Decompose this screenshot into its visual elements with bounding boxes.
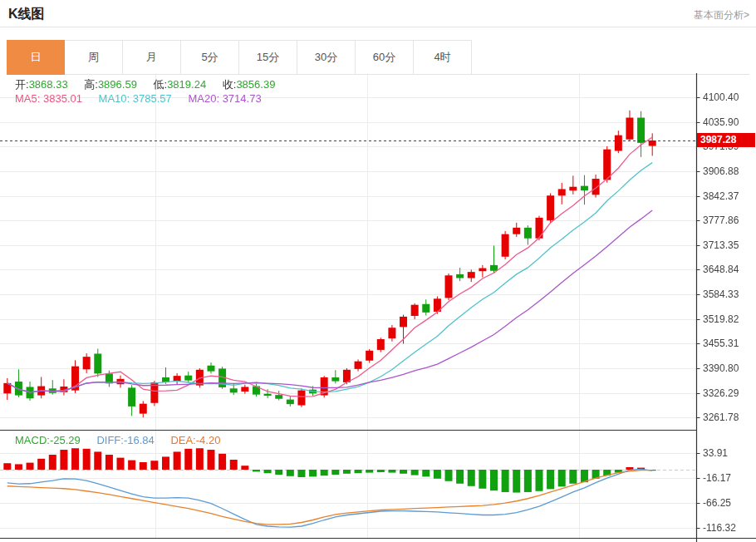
page-header: K线图 基本面分析> [0,0,756,27]
tab-month[interactable]: 月 [123,40,181,75]
tab-day[interactable]: 日 [7,40,65,75]
dea-label: DEA: [170,434,195,446]
close-value: 3856.39 [236,78,275,91]
open-label: 开: [15,78,29,91]
ma5-value: 3835.01 [43,92,82,105]
tabbar-filler [472,40,749,75]
open-value: 3868.33 [29,78,68,91]
ma10-label: MA10: [99,92,130,105]
ohlc-readout: 开:3868.33 高:3896.59 低:3819.24 收:3856.39 [15,77,288,92]
tab-30min[interactable]: 30分 [297,40,356,75]
ma20-label: MA20: [188,92,219,105]
timeframe-tabs: 日 周 月 5分 15分 30分 60分 4时 [7,40,749,75]
tab-15min[interactable]: 15分 [239,40,297,75]
dea-value: -4.20 [196,434,221,446]
high-value: 3896.59 [98,78,137,91]
page-title: K线图 [8,6,45,23]
tab-week[interactable]: 周 [65,40,123,75]
kline-canvas[interactable] [0,73,756,542]
low-label: 低: [154,78,168,91]
tab-4hour[interactable]: 4时 [414,40,472,75]
ma-readout: MA5: 3835.01 MA10: 3785.57 MA20: 3714.73 [15,92,275,105]
high-label: 高: [84,78,98,91]
tab-5min[interactable]: 5分 [181,40,239,75]
tab-60min[interactable]: 60分 [356,40,414,75]
macd-value: -25.29 [50,434,81,446]
macd-readout: MACD:-25.29 DIFF:-16.84 DEA:-4.20 [15,434,233,446]
diff-value: -16.84 [124,434,155,446]
kline-chart-area: 开:3868.33 高:3896.59 低:3819.24 收:3856.39 … [0,73,756,542]
ma20-value: 3714.73 [223,92,262,105]
close-label: 收: [223,78,237,91]
current-price-badge: 3987.28 [697,133,755,147]
fundamental-analysis-link[interactable]: 基本面分析> [694,8,749,22]
diff-label: DIFF: [96,434,124,446]
ma10-value: 3785.57 [133,92,172,105]
macd-label: MACD: [15,434,50,446]
ma5-label: MA5: [15,92,40,105]
low-value: 3819.24 [167,78,206,91]
